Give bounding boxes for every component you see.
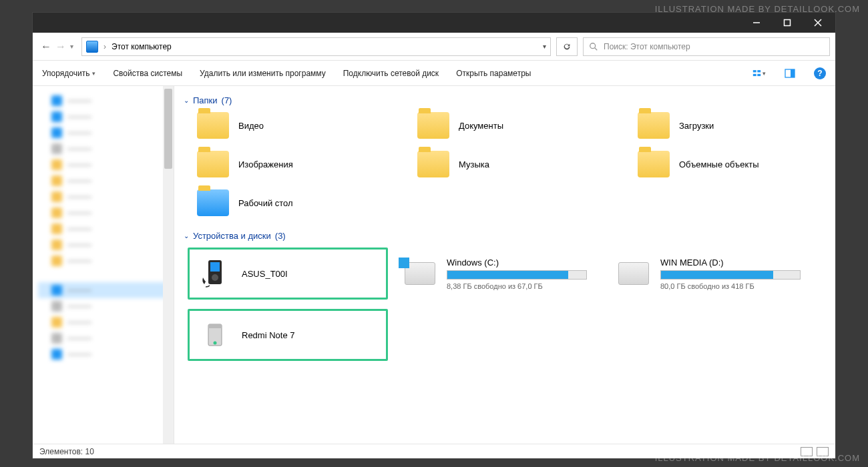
svg-rect-16 [208,324,222,328]
watermark-top: ILLUSTRATION MADE BY DETAILLOOK.COM [655,4,860,14]
folders-grid: Видео Документы Загрузки Изображения Муз… [197,112,826,216]
svg-line-5 [595,47,598,50]
history-dropdown[interactable]: ▾ [70,43,73,50]
device-redmi[interactable]: Redmi Note 7 [188,309,388,361]
titlebar [33,13,835,33]
device-asus[interactable]: ASUS_T00I [188,248,388,300]
drive-sublabel: 80,0 ГБ свободно из 418 ГБ [660,282,807,290]
scrollbar-thumb[interactable] [164,89,172,169]
folder-downloads[interactable]: Загрузки [638,112,835,139]
device-label: Redmi Note 7 [242,330,294,340]
folder-label: Документы [459,121,503,131]
search-box[interactable]: Поиск: Этот компьютер [583,37,830,56]
device-label: ASUS_T00I [242,269,288,279]
svg-point-17 [214,342,217,345]
sidebar-scrollbar[interactable] [163,86,174,444]
folder-icon [417,112,449,139]
this-pc-icon [86,41,98,53]
navigation-pane[interactable]: ——— ——— ——— ——— ——— ——— ——— ——— ——— ——— … [33,86,174,444]
address-row: ← → ▾ › Этот компьютер ▾ Поиск: Этот ком… [33,33,835,61]
svg-point-4 [590,43,596,48]
media-player-icon [198,256,232,291]
address-bar[interactable]: › Этот компьютер ▾ [81,37,551,56]
refresh-button[interactable] [556,37,578,56]
folder-music[interactable]: Музыка [417,151,618,177]
svg-rect-8 [753,73,756,75]
folder-3d-objects[interactable]: Объемные объекты [638,151,835,177]
folder-icon [638,112,670,139]
folder-icon [417,151,449,177]
folder-label: Музыка [459,159,489,169]
explorer-window: ← → ▾ › Этот компьютер ▾ Поиск: Этот ком… [32,12,836,459]
svg-rect-9 [757,73,761,75]
preview-pane-button[interactable] [783,67,797,80]
drive-usage-bar [660,270,801,280]
content-pane: ⌄ Папки (7) Видео Документы Загрузки [174,86,835,444]
devices-group-header[interactable]: ⌄ Устройства и диски (3) [184,231,826,241]
organize-button[interactable]: Упорядочить▾ [42,69,95,78]
forward-button[interactable]: → [55,41,66,53]
svg-rect-7 [757,70,761,72]
chevron-down-icon: ⌄ [184,97,189,104]
folder-icon [638,151,670,177]
svg-point-14 [212,274,218,281]
uninstall-program-button[interactable]: Удалить или изменить программу [200,69,326,78]
status-item-count: Элементов: 10 [39,447,94,456]
maximize-button[interactable] [774,13,801,32]
devices-grid: ASUS_T00I Windows (C:) 8,38 ГБ свободно … [188,248,826,361]
svg-rect-13 [210,262,220,272]
minimize-button[interactable] [743,13,770,32]
drive-c[interactable]: Windows (C:) 8,38 ГБ свободно из 67,0 ГБ [395,248,602,300]
folder-desktop[interactable]: Рабочий стол [197,189,397,216]
folder-label: Видео [238,121,264,131]
search-placeholder: Поиск: Этот компьютер [604,42,690,51]
help-button[interactable]: ? [814,67,826,79]
svg-rect-11 [791,69,795,77]
system-properties-button[interactable]: Свойства системы [113,69,182,78]
map-network-drive-button[interactable]: Подключить сетевой диск [343,69,439,78]
view-options-button[interactable]: ▾ [752,67,766,80]
drive-usage-fill [661,271,773,279]
phone-device-icon [198,318,232,352]
folders-group-header[interactable]: ⌄ Папки (7) [184,95,826,105]
drive-d[interactable]: WIN MEDIA (D:) 80,0 ГБ свободно из 418 Г… [608,248,815,300]
command-bar: Упорядочить▾ Свойства системы Удалить ил… [33,61,835,86]
folder-label: Изображения [238,159,293,169]
windows-logo-icon [399,258,409,268]
close-button[interactable] [805,13,831,32]
folder-pictures[interactable]: Изображения [197,151,397,177]
folder-label: Рабочий стол [238,198,293,208]
breadcrumb-sep: › [103,42,106,51]
folder-icon [197,112,229,139]
drive-icon [616,256,651,291]
folder-icon [197,189,229,216]
svg-rect-6 [753,70,756,72]
folder-label: Загрузки [679,121,714,131]
watermark-bottom: ILLUSTRATION MADE BY DETAILLOOK.COM [655,453,860,463]
drive-sublabel: 8,38 ГБ свободно из 67,0 ГБ [447,282,594,290]
breadcrumb-location[interactable]: Этот компьютер [112,42,172,51]
back-button[interactable]: ← [41,41,51,53]
address-dropdown[interactable]: ▾ [543,43,546,50]
svg-rect-1 [785,20,791,26]
search-icon [589,42,598,51]
drive-usage-bar [447,270,587,280]
chevron-down-icon: ⌄ [184,232,189,240]
folder-label: Объемные объекты [679,159,759,169]
drive-label: WIN MEDIA (D:) [660,258,807,268]
folder-videos[interactable]: Видео [197,112,397,139]
drive-usage-fill [447,271,568,279]
folder-documents[interactable]: Документы [417,112,618,139]
body: ——— ——— ——— ——— ——— ——— ——— ——— ——— ——— … [33,86,835,444]
drive-label: Windows (C:) [447,258,594,268]
folder-icon [197,151,229,177]
drive-icon [403,256,437,291]
open-settings-button[interactable]: Открыть параметры [456,69,531,78]
nav-arrows: ← → ▾ [38,41,76,53]
